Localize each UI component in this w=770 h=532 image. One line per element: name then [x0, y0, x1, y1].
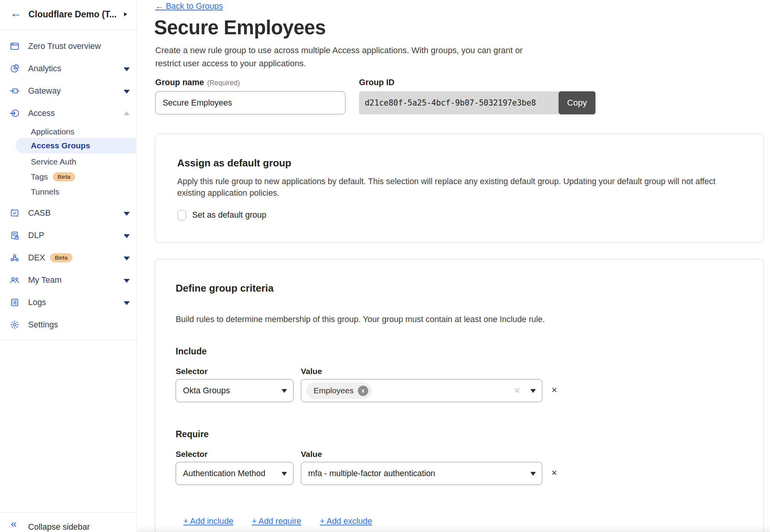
assign-default-group-card: Assign as default group Apply this rule …	[155, 134, 764, 243]
clear-icon[interactable]: ✕	[513, 386, 520, 395]
chevron-down-icon	[282, 472, 287, 476]
sidebar-item-applications[interactable]: Applications	[0, 124, 136, 139]
collapse-sidebar-label: Collapse sidebar	[28, 522, 90, 532]
sidebar-item-label: Access	[28, 109, 55, 118]
require-value-dropdown[interactable]: mfa - multiple-factor authentication	[301, 462, 542, 485]
team-icon	[10, 275, 20, 285]
sidebar-item-label: Logs	[28, 298, 46, 307]
sidebar-item-service-auth[interactable]: Service Auth	[0, 154, 136, 170]
page-title: Secure Employees	[154, 16, 326, 39]
remove-require-rule-icon[interactable]: ✕	[551, 468, 557, 477]
casb-icon	[10, 208, 20, 218]
sidebar-item-logs[interactable]: Logs	[0, 295, 136, 310]
card-description: Apply this rule group to new application…	[177, 176, 724, 199]
add-require-link[interactable]: + Add require	[252, 517, 302, 526]
sidebar-item-label: Access Groups	[31, 141, 90, 150]
dex-network-icon	[10, 253, 20, 263]
page-description: Create a new rule group to use across mu…	[155, 44, 528, 70]
sidebar-item-label: DEX	[28, 253, 45, 263]
sidebar-item-label: Service Auth	[31, 157, 76, 166]
zero-trust-dashboard: ← Cloudflare Demo (T... Zero Trust overv…	[0, 0, 770, 532]
sidebar-item-zero-trust-overview[interactable]: Zero Trust overview	[0, 39, 136, 54]
dlp-lock-icon	[10, 230, 20, 240]
sidebar-item-label: DLP	[28, 231, 44, 240]
chevron-down-icon[interactable]	[124, 67, 130, 71]
sidebar-item-label: Tags	[31, 172, 48, 181]
default-group-checkbox[interactable]	[178, 210, 186, 220]
double-chevron-left-icon: «	[11, 518, 17, 530]
sidebar-item-dex[interactable]: DEX Beta	[0, 250, 136, 265]
chip-label: Employees	[314, 386, 354, 395]
include-selector-label: Selector	[176, 367, 208, 376]
selected-option: Authentication Method	[183, 469, 265, 478]
pie-chart-icon	[10, 64, 20, 74]
sidebar-item-gateway[interactable]: Gateway	[0, 83, 136, 99]
group-name-input[interactable]	[155, 91, 346, 114]
account-name[interactable]: Cloudflare Demo (T...	[29, 9, 117, 20]
window-icon	[10, 41, 20, 51]
chip-remove-icon[interactable]: x	[358, 386, 368, 396]
require-selector-dropdown[interactable]: Authentication Method	[176, 462, 294, 485]
sidebar-item-label: Gateway	[28, 86, 61, 96]
sidebar-item-label: Zero Trust overview	[28, 42, 101, 51]
remove-include-rule-icon[interactable]: ✕	[551, 386, 557, 394]
chevron-down-icon[interactable]	[124, 234, 130, 238]
require-value-label: Value	[301, 450, 322, 459]
include-value-multiselect[interactable]: Employees x ✕	[301, 379, 542, 402]
sidebar-item-casb[interactable]: CASB	[0, 205, 136, 221]
sidebar-item-tunnels[interactable]: Tunnels	[0, 184, 136, 200]
define-group-criteria-card: Define group criteria Build rules to det…	[155, 259, 764, 532]
back-link-label: Back to Groups	[166, 2, 223, 11]
card-description: Build rules to determine membership of t…	[176, 314, 723, 325]
back-arrow-icon: ←	[155, 2, 164, 11]
group-id-label: Group ID	[359, 78, 394, 87]
add-include-link[interactable]: + Add include	[183, 517, 233, 526]
gear-icon	[10, 320, 20, 330]
required-hint: (Required)	[207, 79, 240, 87]
gateway-icon	[10, 86, 20, 96]
beta-badge: Beta	[53, 172, 75, 181]
sidebar-item-label: Analytics	[28, 64, 61, 74]
include-heading: Include	[176, 346, 207, 357]
chevron-down-icon[interactable]	[124, 279, 130, 283]
sidebar-item-dlp[interactable]: DLP	[0, 228, 136, 243]
sidebar-item-access-groups[interactable]: Access Groups	[15, 138, 136, 153]
include-value-label: Value	[301, 367, 322, 376]
sidebar-item-settings[interactable]: Settings	[0, 317, 136, 332]
add-exclude-link[interactable]: + Add exclude	[320, 517, 372, 526]
back-to-groups-link[interactable]: ← Back to Groups	[155, 2, 223, 11]
access-icon	[10, 108, 20, 118]
rule-add-actions: + Add include + Add require + Add exclud…	[183, 517, 372, 526]
chevron-down-icon	[282, 389, 287, 393]
sidebar-item-label: CASB	[28, 208, 51, 218]
sidebar-item-label: Applications	[31, 127, 74, 136]
chevron-down-icon	[530, 472, 536, 476]
sidebar-item-label: My Team	[28, 275, 62, 285]
back-arrow-icon[interactable]: ←	[10, 7, 22, 20]
include-selector-dropdown[interactable]: Okta Groups	[176, 379, 294, 402]
card-title: Assign as default group	[177, 157, 291, 169]
card-title: Define group criteria	[176, 282, 273, 294]
sidebar-divider	[0, 340, 136, 340]
collapse-sidebar-button[interactable]: « Collapse sidebar	[0, 512, 136, 532]
chevron-down-icon[interactable]	[124, 90, 130, 94]
chevron-down-icon[interactable]	[124, 301, 130, 305]
chevron-down-icon[interactable]	[124, 257, 130, 260]
beta-badge: Beta	[50, 253, 72, 262]
copy-button[interactable]: Copy	[559, 91, 596, 114]
chevron-up-icon[interactable]	[124, 111, 130, 115]
sidebar-account-header: ← Cloudflare Demo (T...	[0, 0, 136, 30]
chevron-right-icon[interactable]	[124, 12, 127, 16]
logs-icon	[10, 297, 20, 307]
selected-option: mfa - multiple-factor authentication	[308, 469, 435, 478]
sidebar-item-label: Tunnels	[31, 187, 59, 196]
sidebar-item-analytics[interactable]: Analytics	[0, 61, 136, 76]
sidebar: ← Cloudflare Demo (T... Zero Trust overv…	[0, 0, 137, 532]
chevron-down-icon[interactable]	[124, 212, 130, 216]
sidebar-item-my-team[interactable]: My Team	[0, 272, 136, 288]
selected-option: Okta Groups	[183, 386, 230, 396]
sidebar-item-tags[interactable]: Tags Beta	[0, 169, 136, 185]
require-selector-label: Selector	[176, 450, 208, 459]
chevron-down-icon	[530, 389, 536, 393]
sidebar-item-access[interactable]: Access	[0, 106, 136, 121]
